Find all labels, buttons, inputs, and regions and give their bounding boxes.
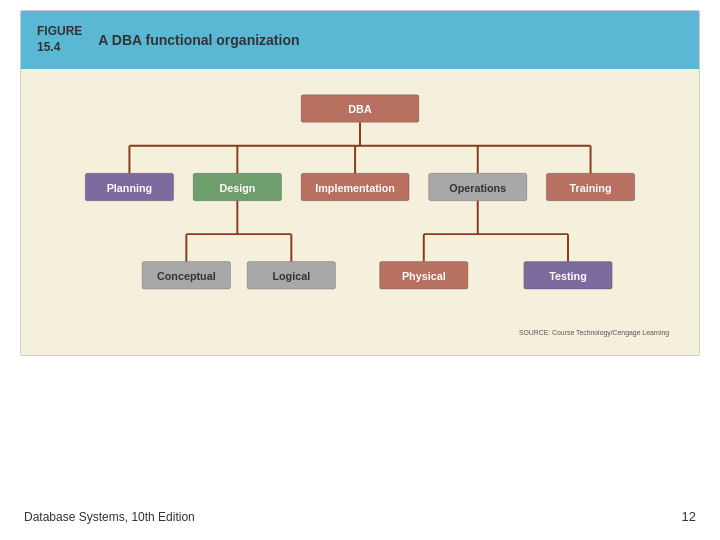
figure-label: FIGURE 15.4 bbox=[37, 24, 82, 55]
svg-text:Testing: Testing bbox=[549, 270, 587, 282]
footer-row: Database Systems, 10th Edition 12 bbox=[20, 509, 700, 524]
diagram-body: .line { stroke: #8B3A1A; stroke-width: 2… bbox=[21, 69, 699, 355]
svg-text:DBA: DBA bbox=[348, 103, 372, 115]
diagram-header: FIGURE 15.4 A DBA functional organizatio… bbox=[21, 11, 699, 69]
svg-text:Conceptual: Conceptual bbox=[157, 270, 216, 282]
svg-text:Logical: Logical bbox=[272, 270, 310, 282]
footer-edition: Database Systems, 10th Edition bbox=[24, 510, 195, 524]
figure-title: A DBA functional organization bbox=[98, 32, 299, 48]
footer-page: 12 bbox=[682, 509, 696, 524]
svg-text:Implementation: Implementation bbox=[315, 182, 395, 194]
svg-text:Operations: Operations bbox=[449, 182, 506, 194]
svg-text:Physical: Physical bbox=[402, 270, 446, 282]
page-wrapper: FIGURE 15.4 A DBA functional organizatio… bbox=[0, 0, 720, 540]
svg-text:SOURCE: Course Technology/Ceng: SOURCE: Course Technology/Cengage Learni… bbox=[519, 329, 669, 337]
svg-text:Training: Training bbox=[570, 182, 612, 194]
svg-text:Planning: Planning bbox=[107, 182, 153, 194]
svg-text:Design: Design bbox=[219, 182, 255, 194]
diagram-container: FIGURE 15.4 A DBA functional organizatio… bbox=[20, 10, 700, 356]
org-chart-svg: .line { stroke: #8B3A1A; stroke-width: 2… bbox=[40, 85, 680, 345]
